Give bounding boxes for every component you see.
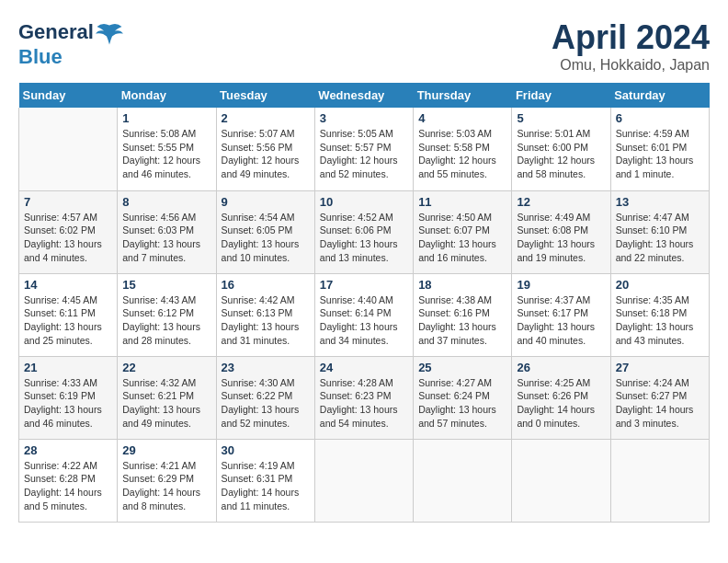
- day-number: 24: [320, 361, 408, 374]
- day-info: Sunrise: 5:07 AMSunset: 5:56 PMDaylight:…: [222, 127, 310, 181]
- day-number: 4: [418, 111, 506, 125]
- day-number: 26: [517, 361, 605, 374]
- week-row-3: 14Sunrise: 4:45 AMSunset: 6:11 PMDayligh…: [19, 273, 710, 356]
- day-number: 17: [320, 278, 408, 292]
- calendar-cell: 26Sunrise: 4:25 AMSunset: 6:26 PMDayligh…: [512, 356, 610, 439]
- calendar-cell: [314, 439, 413, 522]
- day-number: 3: [320, 111, 408, 125]
- column-header-tuesday: Tuesday: [216, 83, 314, 108]
- day-info: Sunrise: 4:50 AMSunset: 6:07 PMDaylight:…: [418, 211, 506, 265]
- calendar-cell: 3Sunrise: 5:05 AMSunset: 5:57 PMDaylight…: [314, 108, 413, 190]
- calendar-cell: 25Sunrise: 4:27 AMSunset: 6:24 PMDayligh…: [414, 356, 512, 439]
- calendar-cell: [414, 439, 512, 522]
- day-number: 8: [122, 195, 210, 209]
- calendar-cell: 4Sunrise: 5:03 AMSunset: 5:58 PMDaylight…: [414, 108, 512, 190]
- day-number: 28: [24, 443, 112, 457]
- calendar-cell: 30Sunrise: 4:19 AMSunset: 6:31 PMDayligh…: [216, 439, 314, 522]
- calendar-cell: 12Sunrise: 4:49 AMSunset: 6:08 PMDayligh…: [512, 190, 610, 273]
- calendar-subtitle: Omu, Hokkaido, Japan: [552, 57, 710, 74]
- day-info: Sunrise: 4:45 AMSunset: 6:11 PMDaylight:…: [24, 293, 112, 348]
- calendar-cell: 16Sunrise: 4:42 AMSunset: 6:13 PMDayligh…: [216, 273, 314, 356]
- logo-text-general: General: [18, 21, 94, 43]
- day-number: 1: [122, 111, 210, 125]
- calendar-cell: 13Sunrise: 4:47 AMSunset: 6:10 PMDayligh…: [610, 190, 709, 273]
- day-info: Sunrise: 4:25 AMSunset: 6:26 PMDaylight:…: [517, 376, 605, 431]
- column-header-thursday: Thursday: [414, 83, 512, 108]
- column-header-sunday: Sunday: [19, 83, 118, 108]
- calendar-cell: 7Sunrise: 4:57 AMSunset: 6:02 PMDaylight…: [19, 190, 118, 273]
- day-info: Sunrise: 4:42 AMSunset: 6:13 PMDaylight:…: [222, 293, 310, 348]
- calendar-cell: 17Sunrise: 4:40 AMSunset: 6:14 PMDayligh…: [314, 273, 413, 356]
- day-number: 10: [320, 195, 408, 209]
- day-info: Sunrise: 5:01 AMSunset: 6:00 PMDaylight:…: [517, 127, 605, 181]
- day-info: Sunrise: 4:47 AMSunset: 6:10 PMDaylight:…: [616, 211, 704, 265]
- calendar-cell: [512, 439, 610, 522]
- day-number: 29: [122, 443, 210, 457]
- calendar-cell: 11Sunrise: 4:50 AMSunset: 6:07 PMDayligh…: [414, 190, 512, 273]
- day-number: 9: [222, 195, 310, 209]
- calendar-cell: 28Sunrise: 4:22 AMSunset: 6:28 PMDayligh…: [19, 439, 118, 522]
- day-number: 21: [24, 361, 112, 374]
- day-number: 13: [616, 195, 704, 209]
- calendar-cell: 9Sunrise: 4:54 AMSunset: 6:05 PMDaylight…: [216, 190, 314, 273]
- day-info: Sunrise: 4:43 AMSunset: 6:12 PMDaylight:…: [122, 293, 210, 348]
- calendar-cell: 29Sunrise: 4:21 AMSunset: 6:29 PMDayligh…: [118, 439, 216, 522]
- column-header-wednesday: Wednesday: [314, 83, 413, 108]
- day-info: Sunrise: 4:40 AMSunset: 6:14 PMDaylight:…: [320, 293, 408, 348]
- day-info: Sunrise: 4:28 AMSunset: 6:23 PMDaylight:…: [320, 376, 408, 431]
- day-info: Sunrise: 4:37 AMSunset: 6:17 PMDaylight:…: [517, 293, 605, 348]
- calendar-cell: 1Sunrise: 5:08 AMSunset: 5:55 PMDaylight…: [118, 108, 216, 190]
- day-number: 27: [616, 361, 704, 374]
- column-header-friday: Friday: [512, 83, 610, 108]
- day-number: 23: [222, 361, 310, 374]
- calendar-cell: 19Sunrise: 4:37 AMSunset: 6:17 PMDayligh…: [512, 273, 610, 356]
- day-info: Sunrise: 5:05 AMSunset: 5:57 PMDaylight:…: [320, 127, 408, 181]
- calendar-cell: 5Sunrise: 5:01 AMSunset: 6:00 PMDaylight…: [512, 108, 610, 190]
- calendar-cell: 22Sunrise: 4:32 AMSunset: 6:21 PMDayligh…: [118, 356, 216, 439]
- week-row-5: 28Sunrise: 4:22 AMSunset: 6:28 PMDayligh…: [19, 439, 710, 522]
- day-info: Sunrise: 4:22 AMSunset: 6:28 PMDaylight:…: [24, 459, 112, 513]
- day-info: Sunrise: 4:21 AMSunset: 6:29 PMDaylight:…: [122, 459, 210, 513]
- day-info: Sunrise: 4:32 AMSunset: 6:21 PMDaylight:…: [122, 376, 210, 431]
- day-info: Sunrise: 4:33 AMSunset: 6:19 PMDaylight:…: [24, 376, 112, 431]
- calendar-cell: 6Sunrise: 4:59 AMSunset: 6:01 PMDaylight…: [610, 108, 709, 190]
- day-number: 2: [222, 111, 310, 125]
- calendar-cell: 8Sunrise: 4:56 AMSunset: 6:03 PMDaylight…: [118, 190, 216, 273]
- calendar-cell: 10Sunrise: 4:52 AMSunset: 6:06 PMDayligh…: [314, 190, 413, 273]
- day-info: Sunrise: 5:03 AMSunset: 5:58 PMDaylight:…: [418, 127, 506, 181]
- day-info: Sunrise: 4:24 AMSunset: 6:27 PMDaylight:…: [616, 376, 704, 431]
- logo: General Blue: [18, 18, 123, 68]
- week-row-4: 21Sunrise: 4:33 AMSunset: 6:19 PMDayligh…: [19, 356, 710, 439]
- day-number: 14: [24, 278, 112, 292]
- day-number: 16: [222, 278, 310, 292]
- day-number: 7: [24, 195, 112, 209]
- day-number: 20: [616, 278, 704, 292]
- day-info: Sunrise: 4:54 AMSunset: 6:05 PMDaylight:…: [222, 211, 310, 265]
- day-number: 18: [418, 278, 506, 292]
- day-info: Sunrise: 4:19 AMSunset: 6:31 PMDaylight:…: [222, 459, 310, 513]
- logo-bird-icon: [96, 18, 123, 46]
- calendar-cell: 18Sunrise: 4:38 AMSunset: 6:16 PMDayligh…: [414, 273, 512, 356]
- column-header-saturday: Saturday: [610, 83, 709, 108]
- calendar-cell: 21Sunrise: 4:33 AMSunset: 6:19 PMDayligh…: [19, 356, 118, 439]
- calendar-title: April 2024: [552, 18, 710, 57]
- day-info: Sunrise: 5:08 AMSunset: 5:55 PMDaylight:…: [122, 127, 210, 181]
- title-block: April 2024 Omu, Hokkaido, Japan: [552, 18, 710, 74]
- week-row-1: 1Sunrise: 5:08 AMSunset: 5:55 PMDaylight…: [19, 108, 710, 190]
- column-header-monday: Monday: [118, 83, 216, 108]
- calendar-cell: 24Sunrise: 4:28 AMSunset: 6:23 PMDayligh…: [314, 356, 413, 439]
- day-info: Sunrise: 4:52 AMSunset: 6:06 PMDaylight:…: [320, 211, 408, 265]
- page-header: General Blue April 2024 Omu, Hokkaido, J…: [18, 18, 710, 74]
- calendar-table: SundayMondayTuesdayWednesdayThursdayFrid…: [18, 83, 710, 523]
- calendar-cell: 14Sunrise: 4:45 AMSunset: 6:11 PMDayligh…: [19, 273, 118, 356]
- week-row-2: 7Sunrise: 4:57 AMSunset: 6:02 PMDaylight…: [19, 190, 710, 273]
- day-number: 22: [122, 361, 210, 374]
- calendar-cell: 20Sunrise: 4:35 AMSunset: 6:18 PMDayligh…: [610, 273, 709, 356]
- day-info: Sunrise: 4:35 AMSunset: 6:18 PMDaylight:…: [616, 293, 704, 348]
- day-number: 11: [418, 195, 506, 209]
- day-info: Sunrise: 4:38 AMSunset: 6:16 PMDaylight:…: [418, 293, 506, 348]
- calendar-cell: 15Sunrise: 4:43 AMSunset: 6:12 PMDayligh…: [118, 273, 216, 356]
- day-number: 6: [616, 111, 704, 125]
- logo-text-blue: Blue: [18, 45, 63, 68]
- day-number: 25: [418, 361, 506, 374]
